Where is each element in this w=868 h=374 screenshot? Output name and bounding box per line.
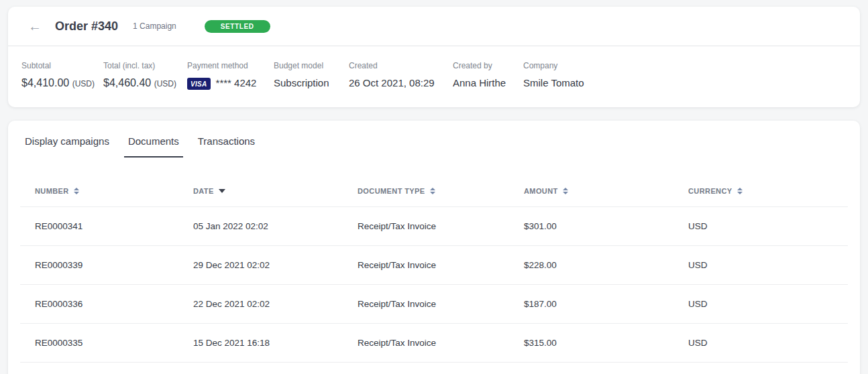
sort-desc-icon xyxy=(219,189,225,193)
created-value: 26 Oct 2021, 08:29 xyxy=(349,77,453,88)
table-header-row: NUMBER DATE DOCUMENT TYPE AMOUNT CURRENC… xyxy=(20,175,848,207)
created-by-field: Created by Anna Hirthe xyxy=(453,61,523,88)
column-header-amount[interactable]: AMOUNT xyxy=(509,187,673,195)
sort-icon xyxy=(563,188,568,194)
budget-model-label: Budget model xyxy=(274,61,349,70)
created-by-label: Created by xyxy=(453,61,523,70)
tab-display-campaigns[interactable]: Display campaigns xyxy=(21,135,113,158)
visa-card-icon: VISA xyxy=(187,78,211,90)
total-currency: (USD) xyxy=(154,79,176,88)
created-by-value: Anna Hirthe xyxy=(453,77,523,88)
tab-documents[interactable]: Documents xyxy=(124,135,183,158)
table-row[interactable]: RE0000339 29 Dec 2021 02:02 Receipt/Tax … xyxy=(20,246,848,285)
cell-amount: $315.00 xyxy=(509,338,673,348)
cell-date: 22 Dec 2021 02:02 xyxy=(178,299,343,309)
column-label: DOCUMENT TYPE xyxy=(358,187,425,195)
column-label: DATE xyxy=(193,187,214,195)
order-summary-card: ← Order #340 1 Campaign SETTLED Subtotal… xyxy=(8,7,860,107)
back-arrow-icon[interactable]: ← xyxy=(28,19,42,33)
column-label: NUMBER xyxy=(35,187,69,195)
created-label: Created xyxy=(349,61,453,70)
column-header-currency[interactable]: CURRENCY xyxy=(673,187,848,195)
subtotal-field: Subtotal $4,410.00 (USD) xyxy=(21,61,103,89)
company-field: Company Smile Tomato xyxy=(523,61,584,88)
page-title: Order #340 xyxy=(55,19,118,34)
total-value: $4,460.40 xyxy=(103,77,151,88)
table-row[interactable]: RE0000336 22 Dec 2021 02:02 Receipt/Tax … xyxy=(20,285,848,324)
cell-document-type: Receipt/Tax Invoice xyxy=(343,260,509,270)
column-header-document-type[interactable]: DOCUMENT TYPE xyxy=(343,187,509,195)
card-number: **** 4242 xyxy=(216,77,257,88)
column-header-date[interactable]: DATE xyxy=(178,187,343,195)
payment-method-field: Payment method VISA**** 4242 xyxy=(187,61,274,90)
cell-amount: $228.00 xyxy=(509,260,673,270)
summary-row: Subtotal $4,410.00 (USD) Total (incl. ta… xyxy=(8,46,860,107)
table-row[interactable]: RE0000341 05 Jan 2022 02:02 Receipt/Tax … xyxy=(20,207,848,246)
documents-table: NUMBER DATE DOCUMENT TYPE AMOUNT CURRENC… xyxy=(20,175,848,363)
company-value: Smile Tomato xyxy=(523,77,584,88)
subtotal-currency: (USD) xyxy=(72,79,95,88)
total-field: Total (incl. tax) $4,460.40 (USD) xyxy=(103,61,187,89)
sort-icon xyxy=(430,188,435,194)
payment-method-label: Payment method xyxy=(187,61,274,70)
cell-number: RE0000336 xyxy=(20,299,178,309)
cell-date: 29 Dec 2021 02:02 xyxy=(178,260,343,270)
cell-number: RE0000341 xyxy=(20,221,178,231)
budget-model-value: Subscription xyxy=(274,77,349,88)
cell-currency: USD xyxy=(673,299,848,309)
campaign-count: 1 Campaign xyxy=(133,21,176,31)
sort-icon xyxy=(737,188,743,194)
cell-date: 05 Jan 2022 02:02 xyxy=(178,221,343,231)
budget-model-field: Budget model Subscription xyxy=(274,61,349,88)
column-label: CURRENCY xyxy=(688,187,733,195)
cell-currency: USD xyxy=(673,338,848,348)
tab-transactions[interactable]: Transactions xyxy=(194,135,259,158)
cell-date: 15 Dec 2021 16:18 xyxy=(178,338,343,348)
total-label: Total (incl. tax) xyxy=(103,61,187,70)
table-row[interactable]: RE0000335 15 Dec 2021 16:18 Receipt/Tax … xyxy=(20,324,848,363)
cell-number: RE0000339 xyxy=(20,260,178,270)
cell-currency: USD xyxy=(673,260,848,270)
cell-document-type: Receipt/Tax Invoice xyxy=(343,221,509,231)
cell-currency: USD xyxy=(673,221,848,231)
cell-document-type: Receipt/Tax Invoice xyxy=(343,299,509,309)
status-badge: SETTLED xyxy=(205,20,270,33)
column-header-number[interactable]: NUMBER xyxy=(20,187,178,195)
cell-number: RE0000335 xyxy=(20,338,178,348)
subtotal-value: $4,410.00 xyxy=(21,77,69,88)
order-details-card: Display campaigns Documents Transactions… xyxy=(8,121,860,374)
cell-document-type: Receipt/Tax Invoice xyxy=(343,338,509,348)
subtotal-label: Subtotal xyxy=(21,61,103,70)
cell-amount: $301.00 xyxy=(509,221,673,231)
created-field: Created 26 Oct 2021, 08:29 xyxy=(349,61,453,88)
cell-amount: $187.00 xyxy=(509,299,673,309)
tab-bar: Display campaigns Documents Transactions xyxy=(8,121,860,158)
order-header: ← Order #340 1 Campaign SETTLED xyxy=(8,7,860,46)
sort-icon xyxy=(74,188,79,194)
column-label: AMOUNT xyxy=(524,187,558,195)
company-label: Company xyxy=(523,61,584,70)
